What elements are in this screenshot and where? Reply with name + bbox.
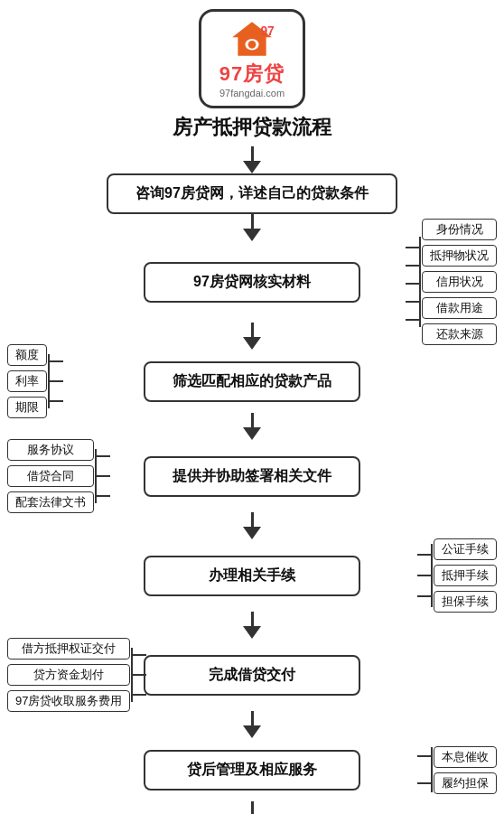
step6-left-group: 借方抵押权证交付 贷方资金划付 97房贷收取服务费用	[7, 638, 150, 712]
step4-box: 提供并协助签署相关文件	[144, 456, 360, 497]
step3-tag-0: 额度	[7, 344, 47, 366]
step3-tags: 额度 利率 期限	[7, 344, 47, 418]
step6-tag-1: 贷方资金划付	[7, 664, 130, 686]
step6-box: 完成借贷交付	[144, 655, 360, 696]
step2-row: 97房贷网核实材料 身份情况 抵押物状况 信用状况 借款用途 还款来源	[0, 241, 504, 323]
step2-tag-2: 信用状况	[422, 271, 497, 293]
step6-tags: 借方抵押权证交付 贷方资金划付 97房贷收取服务费用	[7, 638, 130, 712]
step7-tag-1: 履约担保	[434, 772, 497, 794]
step4-tag-1: 借贷合同	[7, 465, 94, 487]
logo-area: 97 97房贷 97fangdai.com 房产抵押贷款流程	[173, 9, 331, 143]
svg-text:97: 97	[260, 24, 275, 38]
step1-box: 咨询97房贷网，详述自己的贷款条件	[107, 173, 397, 214]
step7-row: 贷后管理及相应服务 本息催收 履约担保	[0, 738, 504, 801]
logo-icon: 97	[229, 19, 275, 59]
logo-url: 97fangdai.com	[219, 88, 285, 98]
step2-tag-0: 身份情况	[422, 219, 497, 240]
step3-tag-2: 期限	[7, 397, 47, 418]
step5-tag-0: 公证手续	[434, 538, 497, 560]
step6-row: 完成借贷交付 借方抵押权证交付 贷方资金划付 97房贷收取服务费用	[0, 639, 504, 711]
step4-row: 提供并协助签署相关文件 服务协议 借贷合同 配套法律文书	[0, 440, 504, 512]
step7-right-group: 本息催收 履约担保	[414, 738, 497, 801]
arrow7-8	[0, 801, 504, 814]
logo-name: 97房贷	[219, 61, 285, 88]
arrow6-7	[0, 711, 504, 738]
step2-right-group: 身份情况 抵押物状况 信用状况 借款用途 还款来源	[402, 219, 497, 345]
step5-right-group: 公证手续 抵押手续 担保手续	[414, 535, 497, 616]
svg-point-2	[248, 41, 257, 49]
step4-tags: 服务协议 借贷合同 配套法律文书	[7, 439, 94, 513]
step4-tag-2: 配套法律文书	[7, 491, 94, 513]
step3-bracket-svg	[47, 345, 67, 417]
step3-box: 筛选匹配相应的贷款产品	[144, 361, 360, 402]
step2-tag-4: 还款来源	[422, 323, 497, 345]
step2-tag-3: 借款用途	[422, 297, 497, 319]
step3-tag-1: 利率	[7, 370, 47, 392]
step6-bracket-svg	[130, 639, 150, 711]
step2-tags: 身份情况 抵押物状况 信用状况 借款用途 还款来源	[422, 219, 497, 345]
step5-bracket-svg	[414, 535, 434, 616]
step5-tag-2: 担保手续	[434, 591, 497, 613]
step3-row: 筛选匹配相应的贷款产品 额度 利率 期限	[0, 350, 504, 413]
step1-row: 咨询97房贷网，详述自己的贷款条件	[0, 173, 504, 214]
step2-bracket-svg	[402, 228, 422, 336]
step6-tag-2: 97房贷收取服务费用	[7, 690, 130, 712]
step7-box: 贷后管理及相应服务	[144, 750, 360, 791]
step4-bracket-svg	[94, 440, 114, 512]
step4-left-group: 服务协议 借贷合同 配套法律文书	[7, 439, 114, 513]
logo-box: 97 97房贷 97fangdai.com	[199, 9, 305, 108]
step5-row: 办理相关手续 公证手续 抵押手续 担保手续	[0, 539, 504, 612]
step3-left-group: 额度 利率 期限	[7, 344, 67, 418]
step7-bracket-svg	[414, 738, 434, 801]
step5-tag-1: 抵押手续	[434, 565, 497, 586]
step7-tag-0: 本息催收	[434, 746, 497, 768]
step6-tag-0: 借方抵押权证交付	[7, 638, 130, 660]
step2-tag-1: 抵押物状况	[422, 245, 497, 267]
step4-tag-0: 服务协议	[7, 439, 94, 461]
title-to-step1-arrow	[0, 146, 504, 173]
step5-tags: 公证手续 抵押手续 担保手续	[434, 538, 497, 613]
step5-box: 办理相关手续	[144, 556, 360, 596]
step7-tags: 本息催收 履约担保	[434, 746, 497, 794]
arrow3-4	[0, 413, 504, 440]
page-title: 房产抵押贷款流程	[173, 114, 331, 141]
step2-box: 97房贷网核实材料	[144, 262, 360, 303]
